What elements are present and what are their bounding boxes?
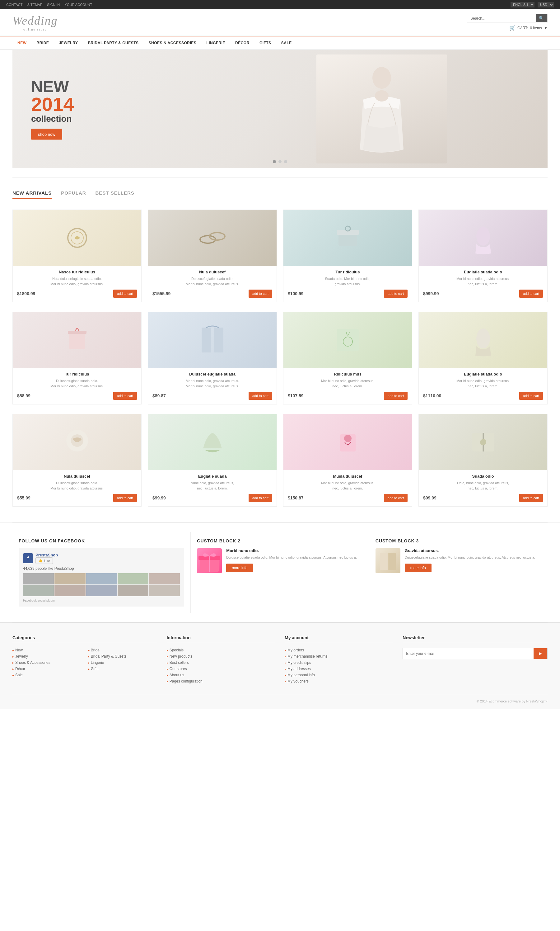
product-name: Nasce tur ridiculus	[17, 270, 137, 274]
add-to-cart-button[interactable]: add to cart	[519, 494, 543, 502]
fb-photo	[54, 573, 85, 584]
nav-jewelry[interactable]: JEWELRY	[54, 36, 83, 49]
facebook-logo-icon: f	[23, 553, 33, 563]
fb-photo	[86, 573, 117, 584]
footer-cat-new[interactable]: New	[15, 648, 23, 652]
footer-orders[interactable]: My orders	[288, 648, 304, 652]
nav-lingerie[interactable]: LINGERIE	[201, 36, 230, 49]
product-price: $150.87	[288, 496, 304, 500]
hero-dot-3[interactable]	[284, 160, 287, 163]
custom-block-2-text: Morbi nunc odio. Duiuscefugiatie suada o…	[226, 548, 357, 572]
hero-dot-2[interactable]	[278, 160, 282, 163]
footer-info-pages[interactable]: Pages configuration	[169, 679, 203, 684]
sitemap-link[interactable]: SITEMAP	[28, 3, 42, 6]
footer-cat-lingerie[interactable]: Lingerie	[91, 661, 104, 665]
custom-block-2: CUSTOM BLOCK 2 Morbi nunc odio. Duiuscef…	[191, 532, 369, 613]
product-info: Eugiatie suada Nunc odio, gravida atcurs…	[148, 470, 277, 491]
footer-vouchers[interactable]: My vouchers	[288, 679, 309, 684]
fb-like-button[interactable]: 👍 Like	[35, 557, 53, 564]
add-to-cart-button[interactable]: add to cart	[384, 290, 408, 298]
hero-image	[235, 50, 529, 168]
custom-block-3-more-info-button[interactable]: more info	[405, 564, 432, 572]
hero-cta-button[interactable]: shop now	[31, 129, 62, 140]
signin-link[interactable]: SIGN IN	[47, 3, 60, 6]
account-link[interactable]: YOUR ACCOUNT	[65, 3, 92, 6]
custom-block-3-heading: Gravida atcursus.	[405, 548, 535, 553]
custom-block-2-more-info-button[interactable]: more info	[226, 564, 253, 572]
footer-info-new-products[interactable]: New products	[169, 654, 192, 659]
bride-illustration	[354, 62, 410, 156]
hero-dot-1[interactable]	[273, 160, 276, 163]
product-image	[13, 414, 141, 470]
svg-rect-15	[337, 329, 359, 351]
svg-point-4	[75, 236, 80, 239]
language-select[interactable]: ENGLISH	[511, 2, 534, 8]
nav-decor[interactable]: DÉCOR	[230, 36, 254, 49]
newsletter-email-input[interactable]	[403, 648, 534, 659]
product-name: Eugiatie suada	[152, 474, 272, 479]
logo[interactable]: Wedding online store	[12, 14, 58, 31]
add-to-cart-button[interactable]: add to cart	[384, 392, 408, 400]
product-price: $89.87	[152, 393, 166, 398]
nav-gifts[interactable]: GIFTS	[254, 36, 276, 49]
product-footer: $99.99 add to cart	[419, 494, 547, 502]
add-to-cart-button[interactable]: add to cart	[519, 290, 543, 298]
currency-select[interactable]: USD	[538, 2, 554, 8]
footer-cat-decor[interactable]: Décor	[15, 667, 25, 671]
footer-addresses[interactable]: My addresses	[288, 667, 311, 671]
add-to-cart-button[interactable]: add to cart	[113, 392, 137, 400]
nav-bride[interactable]: BRIDE	[32, 36, 54, 49]
footer-info-stores[interactable]: Our stores	[169, 667, 187, 671]
footer-cat-shoes[interactable]: Shoes & Accessories	[15, 661, 51, 665]
product-price: $55.99	[17, 496, 31, 500]
add-to-cart-button[interactable]: add to cart	[249, 290, 272, 298]
footer-personal[interactable]: My personal info	[288, 673, 315, 677]
footer-account: My account My orders My merchandise retu…	[285, 635, 393, 686]
footer-grid: Categories New Jewelry Shoes & Accessori…	[12, 635, 548, 686]
footer-credit[interactable]: My credit slips	[288, 661, 311, 665]
add-to-cart-button[interactable]: add to cart	[519, 392, 543, 400]
footer-info-about[interactable]: About us	[169, 673, 184, 677]
add-to-cart-button[interactable]: add to cart	[113, 290, 137, 298]
newsletter-submit-button[interactable]: ►	[534, 648, 547, 659]
contact-link[interactable]: CONTACT	[6, 3, 22, 6]
product-footer: $107.59 add to cart	[283, 392, 412, 400]
add-to-cart-button[interactable]: add to cart	[249, 494, 272, 502]
product-card: Tur ridiculus Duiuscefugiatie suada odio…	[12, 312, 142, 405]
add-to-cart-button[interactable]: add to cart	[384, 494, 408, 502]
tab-best-sellers[interactable]: BEST SELLERS	[95, 190, 134, 199]
nav-new[interactable]: NEW	[12, 36, 32, 49]
footer-returns[interactable]: My merchandise returns	[288, 654, 328, 659]
top-bar-links: CONTACT SITEMAP SIGN IN YOUR ACCOUNT	[6, 3, 96, 7]
nav-bridal-party[interactable]: BRIDAL PARTY & GUESTS	[83, 36, 143, 49]
add-to-cart-button[interactable]: add to cart	[249, 392, 272, 400]
nav-sale[interactable]: SALE	[276, 36, 297, 49]
footer-cat-gifts[interactable]: Gifts	[91, 667, 98, 671]
footer-cat-jewelry[interactable]: Jewelry	[15, 654, 28, 659]
product-name: Musla duiuscef	[288, 474, 408, 479]
svg-point-21	[344, 435, 352, 442]
products-section: NEW ARRIVALS POPULAR BEST SELLERS Nasce …	[0, 178, 560, 522]
footer-info-specials[interactable]: Specials	[169, 648, 183, 652]
top-bar-right: ENGLISH USD	[511, 2, 554, 8]
footer-info-best-sellers[interactable]: Best sellers	[169, 661, 189, 665]
footer-cat-bridal[interactable]: Bridal Party & Guests	[91, 654, 127, 659]
footer-cat-bride[interactable]: Bride	[91, 648, 100, 652]
product-name: Eugiatie suada odio	[423, 270, 543, 274]
fb-page-name[interactable]: PrestaShop	[35, 553, 58, 557]
nav-shoes[interactable]: SHOES & ACCESSORIES	[144, 36, 202, 49]
cart-area[interactable]: 🛒 CART: 0 items ▼	[509, 25, 548, 31]
footer-bottom: © 2014 Ecommerce software by PrestaShop™	[12, 695, 548, 703]
svg-rect-28	[380, 553, 388, 570]
search-button[interactable]: 🔍	[536, 14, 547, 22]
fb-photo	[23, 573, 54, 584]
custom-block-3-text: Gravida atcursus. Duiuscefugiatie suada …	[405, 548, 535, 572]
product-card: Suada odio Odio, nunc odio, gravida atcu…	[418, 414, 548, 506]
footer-cat-sale[interactable]: Sale	[15, 673, 23, 677]
add-to-cart-button[interactable]: add to cart	[113, 494, 137, 502]
search-input[interactable]	[467, 14, 536, 22]
svg-rect-14	[214, 327, 223, 352]
svg-point-10	[476, 227, 490, 245]
tab-new-arrivals[interactable]: NEW ARRIVALS	[12, 190, 52, 199]
tab-popular[interactable]: POPULAR	[61, 190, 86, 199]
